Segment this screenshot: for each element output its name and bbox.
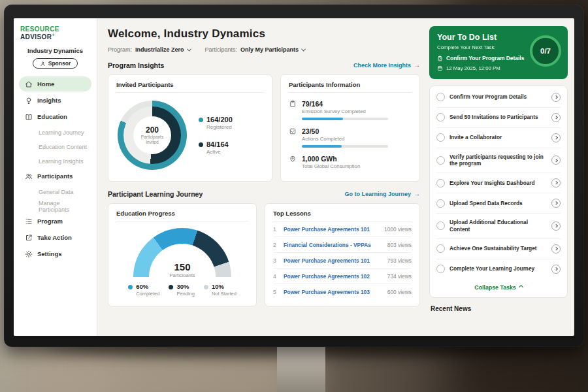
sidebar-item-home[interactable]: Home <box>19 76 91 91</box>
task-checkbox[interactable] <box>436 93 445 101</box>
lesson-row: 2 Financial Considerations - VPPAs 803 v… <box>273 237 412 253</box>
page-title: Welcome, Industry Dynamics <box>108 27 420 41</box>
task-open-chevron[interactable] <box>551 133 561 142</box>
task-open-chevron[interactable] <box>551 265 561 274</box>
task-open-chevron[interactable] <box>551 178 561 188</box>
task-open-chevron[interactable] <box>551 244 561 253</box>
sidebar-item-learning-insights[interactable]: Learning Insights <box>19 154 91 168</box>
app-logo: RESOURCE ADVISOR+ <box>19 25 91 41</box>
monitor-stand <box>277 341 325 392</box>
monitor: RESOURCE ADVISOR+ Industry Dynamics Spon… <box>4 5 584 347</box>
org-name: Industry Dynamics <box>19 47 91 54</box>
take-action-icon <box>25 234 33 242</box>
legend-dot-blue <box>128 285 133 289</box>
check-more-insights-link[interactable]: Check More Insights → <box>353 62 420 69</box>
sidebar-nav: Home Insights Education Learning Journey… <box>19 76 91 261</box>
participants-icon <box>25 172 33 180</box>
task-open-chevron[interactable] <box>551 199 561 208</box>
recent-news-title: Recent News <box>429 305 568 312</box>
task-row-confirm-program-details[interactable]: Confirm Your Program Details <box>436 88 561 108</box>
emission-survey-progress-bar <box>302 118 388 120</box>
task-row-achieve-sustainability-target[interactable]: Achieve One Sustainability Target <box>436 239 561 259</box>
task-checkbox[interactable] <box>436 244 445 253</box>
todo-next-task: Confirm Your Program Details <box>446 55 524 62</box>
legend-registered: 164/200 Registered <box>199 116 233 130</box>
learning-journey-title: Participant Learning Journey <box>108 190 203 198</box>
todo-due-date: 12 May 2025, 12:00 PM <box>446 65 500 71</box>
task-checkbox[interactable] <box>436 156 445 165</box>
task-checkbox[interactable] <box>436 221 445 230</box>
dashboard-screen: RESOURCE ADVISOR+ Industry Dynamics Spon… <box>14 18 574 336</box>
lesson-row: 3 Power Purchase Agreements 101 793 view… <box>273 253 412 269</box>
task-checkbox[interactable] <box>436 265 445 273</box>
top-lessons-card-title: Top Lessons <box>273 210 412 221</box>
task-checkbox[interactable] <box>436 113 445 122</box>
go-to-learning-journey-link[interactable]: Go to Learning Journey → <box>344 191 420 197</box>
invited-participants-card-title: Invited Participants <box>116 81 264 93</box>
clipboard-check-icon <box>437 56 443 61</box>
logo-text-secondary: ADVISOR <box>20 33 52 41</box>
global-consumption-row: 1,000 GWh Total Global Consumption <box>289 155 412 169</box>
lesson-row: 4 Power Purchase Agreements 102 734 view… <box>273 269 412 284</box>
lesson-link[interactable]: Power Purchase Agreements 103 <box>284 289 382 295</box>
logo-plus: + <box>52 33 55 37</box>
chevron-down-icon <box>301 46 306 51</box>
sidebar-item-insights[interactable]: Insights <box>19 93 91 108</box>
chevron-down-icon <box>186 46 191 51</box>
task-row-invite-collaborator[interactable]: Invite a Collaborator <box>436 128 561 148</box>
donut-center-value: 200 <box>146 125 159 135</box>
todo-summary-card: Your To Do List Complete Your Next Task:… <box>429 26 568 79</box>
sponsor-badge-label: Sponsor <box>48 60 71 67</box>
tasks-list-card: Confirm Your Program Details Send 50 Inv… <box>429 86 568 298</box>
sidebar-item-participants[interactable]: Participants <box>19 169 91 184</box>
task-checkbox[interactable] <box>436 199 445 208</box>
sponsor-badge[interactable]: Sponsor <box>33 58 78 69</box>
sidebar-item-learning-journey[interactable]: Learning Journey <box>19 125 91 139</box>
emission-survey-row: 79/164 Emission Survey Completed <box>289 100 412 120</box>
task-open-chevron[interactable] <box>551 93 561 102</box>
main-content: Welcome, Industry Dynamics Program: Indu… <box>97 18 428 336</box>
lesson-link[interactable]: Financial Considerations - VPPAs <box>284 242 382 248</box>
task-open-chevron[interactable] <box>551 113 561 122</box>
location-pin-icon <box>289 155 297 163</box>
task-checkbox[interactable] <box>436 133 445 142</box>
sidebar-item-education-content[interactable]: Education Content <box>19 140 91 154</box>
program-insights-title: Program Insights <box>108 61 164 69</box>
lesson-link[interactable]: Power Purchase Agreements 102 <box>284 273 382 280</box>
program-filter-dropdown[interactable]: Program: Industrialize Zero <box>108 46 191 53</box>
filters-bar: Program: Industrialize Zero Participants… <box>108 46 420 53</box>
lesson-link[interactable]: Power Purchase Agreements 101 <box>284 226 379 233</box>
task-row-send-invitations[interactable]: Send 50 Invitations to Participants <box>436 108 561 128</box>
legend-active: 84/164 Active <box>199 140 233 155</box>
task-open-chevron[interactable] <box>551 155 561 165</box>
todo-panel: Your To Do List Complete Your Next Task:… <box>428 18 574 336</box>
sidebar-item-take-action[interactable]: Take Action <box>19 230 91 245</box>
task-row-complete-learning-journey[interactable]: Complete Your Learning Journey <box>436 259 561 279</box>
clipboard-icon <box>289 100 297 108</box>
task-row-explore-insights[interactable]: Explore Your Insights Dashboard <box>436 173 561 193</box>
task-row-verify-participants[interactable]: Verify participants requesting to join t… <box>436 148 561 174</box>
invited-participants-donut-chart: 200 Participants Invited <box>118 101 187 170</box>
participants-filter-dropdown[interactable]: Participants: Only My Participants <box>205 46 306 53</box>
sponsor-person-icon <box>40 61 46 67</box>
invited-participants-card: Invited Participants 200 Participants In… <box>108 74 272 182</box>
participants-information-card: Participants Information 79/164 Emission… <box>280 74 420 182</box>
lesson-link[interactable]: Power Purchase Agreements 101 <box>284 257 382 264</box>
chevron-up-icon <box>519 285 523 289</box>
lesson-row: 1 Power Purchase Agreements 101 1000 vie… <box>273 221 412 237</box>
top-lessons-card: Top Lessons 1 Power Purchase Agreements … <box>265 203 420 306</box>
education-progress-card: Education Progress 150 Participants <box>108 203 257 306</box>
task-open-chevron[interactable] <box>551 221 561 231</box>
task-checkbox[interactable] <box>436 179 445 188</box>
sidebar-item-general-data[interactable]: General Data <box>19 185 91 199</box>
sidebar-item-education[interactable]: Education <box>19 109 91 124</box>
task-row-upload-educational-content[interactable]: Upload Additional Educational Content <box>436 214 561 239</box>
checklist-icon <box>289 127 297 135</box>
sidebar-item-manage-participants[interactable]: Manage Participants <box>19 199 91 213</box>
participants-information-card-title: Participants Information <box>289 81 412 93</box>
collapse-tasks-button[interactable]: Collapse Tasks <box>436 279 561 295</box>
task-row-upload-spend-data[interactable]: Upload Spend Data Records <box>436 193 561 214</box>
legend-dot-navy <box>199 142 203 147</box>
sidebar-item-program[interactable]: Program <box>19 214 91 229</box>
sidebar-item-settings[interactable]: Settings <box>19 246 91 261</box>
